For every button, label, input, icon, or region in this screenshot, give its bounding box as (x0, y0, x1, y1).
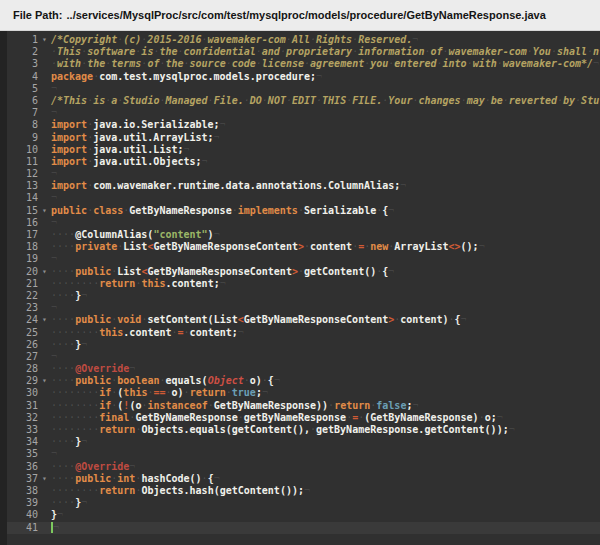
whitespace-dot: · (117, 95, 123, 106)
token-kw: return (99, 424, 135, 435)
whitespace-dot: · (262, 375, 268, 386)
fold-gutter-spacer (38, 400, 51, 412)
fold-gutter-spacer (38, 119, 51, 131)
whitespace-dot: · (81, 46, 87, 57)
whitespace-dot: · (497, 58, 503, 69)
fold-arrow-icon[interactable]: ▾ (38, 375, 51, 387)
code-line: 37▾····public·int·hashCode()·{¬ (0, 473, 600, 485)
eol-mark: ¬ (51, 448, 57, 459)
token-plain: ·Objects.hash(getContent()); (135, 485, 304, 496)
eol-mark: ¬ (497, 412, 503, 423)
token-plain: GetByNameResponseContent (244, 314, 389, 325)
eol-mark: ¬ (412, 34, 418, 45)
eol-mark: ¬ (129, 461, 135, 472)
token-kw: this (123, 387, 147, 398)
fold-arrow-icon[interactable]: ▾ (38, 266, 51, 278)
code-line: 6/*This·is·a·Studio·Managed·File.·DO·NOT… (0, 95, 600, 107)
code-editor[interactable]: 1▾/*Copyright·(c)·2015-2016·wavemaker-co… (0, 31, 600, 545)
token-kw: void (117, 314, 141, 325)
whitespace-dot: · (51, 58, 57, 69)
whitespace-dot: · (123, 205, 129, 216)
whitespace-dot: · (69, 339, 75, 350)
code-area[interactable]: 1▾/*Copyright·(c)·2015-2016·wavemaker-co… (0, 34, 600, 534)
code-line: 26····}¬ (0, 339, 600, 351)
token-kw: public (75, 473, 111, 484)
code-line: 23¬ (0, 302, 600, 314)
whitespace-dot: · (388, 241, 394, 252)
token-kw: public (75, 266, 111, 277)
whitespace-dot: · (159, 375, 165, 386)
code-line: 13import·com.wavemaker.runtime.data.anno… (0, 180, 600, 192)
code-line-text: ····@ColumnAlias("content")¬ (51, 229, 600, 241)
token-plain: ·java.util.ArrayList; (87, 132, 213, 143)
whitespace-dot: · (394, 314, 400, 325)
whitespace-dot: · (87, 156, 93, 167)
token-plain: ·GetByNameResponse))· (208, 400, 334, 411)
eol-mark: ¬ (214, 229, 220, 240)
token-plain: ········ (51, 278, 99, 289)
code-line-text: ········return·Objects.equals(getContent… (51, 424, 600, 436)
fold-arrow-icon[interactable]: ▾ (38, 34, 51, 46)
code-line: 21········return·this.content;¬ (0, 278, 600, 290)
whitespace-dot: · (256, 46, 262, 57)
token-plain: ·com.wavemaker.runtime.data.annotations.… (87, 180, 400, 191)
token-plain: ·java.io.Serializable; (87, 119, 219, 130)
whitespace-dot: · (503, 95, 509, 106)
fold-gutter-spacer (38, 192, 51, 204)
whitespace-dot: · (202, 34, 208, 45)
fold-gutter-spacer (38, 387, 51, 399)
whitespace-dot: · (166, 387, 172, 398)
whitespace-dot: · (87, 95, 93, 106)
fold-gutter-spacer (38, 241, 51, 253)
whitespace-dot: · (208, 95, 214, 106)
token-plain: ···· (51, 241, 75, 252)
token-plain: ···· (51, 473, 75, 484)
fold-arrow-icon[interactable]: ▾ (38, 473, 51, 485)
whitespace-dot: · (135, 424, 141, 435)
token-kw: public (51, 205, 87, 216)
token-plain: .content; (166, 278, 220, 289)
whitespace-dot: · (382, 95, 388, 106)
token-plain: ·com.test.mysqlproc.models.procedure; (93, 71, 316, 82)
token-kw: new (370, 241, 388, 252)
fold-arrow-icon[interactable]: ▾ (38, 314, 51, 326)
fold-gutter-spacer (38, 229, 51, 241)
token-plain: ·o)·{ (244, 375, 274, 386)
whitespace-dot: · (376, 205, 382, 216)
eol-mark: ¬ (51, 302, 57, 313)
code-line: 10import·java.util.List;¬ (0, 144, 600, 156)
token-kw: instanceof (147, 400, 207, 411)
token-plain: .content· (123, 327, 177, 338)
token-plain: ·o)· (166, 387, 190, 398)
fold-gutter-spacer (38, 412, 51, 424)
whitespace-dot: · (135, 46, 141, 57)
code-line-text: import·java.io.Serializable;¬ (51, 119, 600, 131)
code-line-text: package·com.test.mysqlproc.models.proced… (51, 71, 600, 83)
eol-mark: ¬ (51, 107, 57, 118)
code-line: 8import·java.io.Serializable;¬ (0, 119, 600, 131)
whitespace-dot: · (304, 58, 310, 69)
whitespace-dot: · (316, 95, 322, 106)
token-plain: (o· (129, 400, 147, 411)
whitespace-dot: · (352, 46, 358, 57)
code-line-text: ¬ (51, 83, 600, 95)
whitespace-dot: · (358, 412, 364, 423)
whitespace-dot: · (304, 241, 310, 252)
eol-mark: ¬ (51, 253, 57, 264)
whitespace-dot: · (105, 58, 111, 69)
fold-gutter-spacer (38, 71, 51, 83)
token-plain: ···· (51, 375, 75, 386)
code-line: 20▾····public·List<GetByNameResponseCont… (0, 266, 600, 278)
eol-mark: ¬ (81, 497, 87, 508)
whitespace-dot: · (244, 95, 250, 106)
token-op: == (153, 387, 165, 398)
token-plain: ········ (51, 424, 99, 435)
whitespace-dot: · (485, 95, 491, 106)
whitespace-dot: · (448, 314, 454, 325)
eol-mark: ¬ (51, 83, 57, 94)
token-plain: ·setContent(List (141, 314, 237, 325)
code-line-text: ¬ (51, 107, 600, 119)
whitespace-dot: · (575, 95, 581, 106)
fold-gutter-spacer (38, 351, 51, 363)
fold-arrow-icon[interactable]: ▾ (38, 205, 51, 217)
